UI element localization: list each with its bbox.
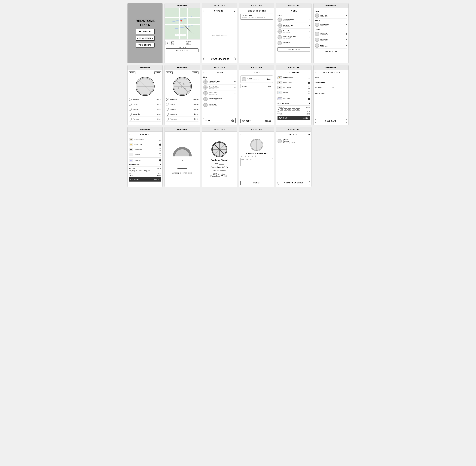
topping-sausage[interactable]: Sausage + $99.99 xyxy=(129,107,161,112)
mc-bianca-add[interactable]: + xyxy=(234,92,236,95)
onions-radio[interactable] xyxy=(129,103,132,106)
checked-pepperoni[interactable]: Pepperoni + $99.99 xyxy=(166,97,198,102)
mozzarella-radio[interactable] xyxy=(129,113,132,116)
payment-venmo[interactable]: V VENMO xyxy=(278,90,310,95)
orders-history-icon[interactable]: ⟳ xyxy=(234,10,236,12)
payment-visa[interactable]: VISA VISA 3452 xyxy=(278,96,310,101)
topping-pepperoni[interactable]: Pepperoni + $99.99 xyxy=(129,97,161,102)
orders-active-history[interactable]: ⟳ xyxy=(308,133,310,136)
p2-venmo-radio[interactable] xyxy=(159,153,161,155)
get-directions-button[interactable]: GET DIRECTIONS xyxy=(135,36,155,41)
stars-row[interactable]: ★ ★ ★ ★ ★ xyxy=(240,154,273,158)
active-order-row[interactable]: 1x Pizza 1x Soda For pick-up at 2:00 xyxy=(278,137,310,145)
checked-sausage[interactable]: Sausage + $99.99 xyxy=(166,107,198,112)
sausage-radio[interactable] xyxy=(129,108,132,111)
checked-mozzarella[interactable]: Mozzarella + $99.99 xyxy=(166,112,198,117)
caesar-add[interactable]: + xyxy=(346,23,347,26)
cvv-input[interactable] xyxy=(331,89,347,92)
p2-apple-radio[interactable] xyxy=(159,148,161,151)
mc-veggie[interactable]: Grilled Veggie Pizza INGREDIENTS + xyxy=(203,96,236,102)
menu-ext-cansoda[interactable]: Can Soda INGREDIENTS + xyxy=(315,31,347,37)
tip-5[interactable]: 5% xyxy=(284,108,287,110)
star-1[interactable]: ★ xyxy=(240,154,243,158)
topping-onions[interactable]: Onions + $99.99 xyxy=(129,102,161,107)
glasscoke-add[interactable]: + xyxy=(346,38,347,41)
add-new-card-row[interactable]: ADD NEW CARD ⊕ xyxy=(278,101,310,105)
pepperoni-radio[interactable] xyxy=(129,98,132,101)
review-textarea[interactable] xyxy=(240,158,273,166)
review-back[interactable]: ‹ xyxy=(240,133,241,136)
customize-checked-done[interactable]: Done xyxy=(192,71,198,74)
ext-pear-add[interactable]: + xyxy=(346,14,347,17)
tip-0[interactable]: 0% xyxy=(280,108,283,110)
water-add[interactable]: + xyxy=(346,44,347,47)
cansoda-add[interactable]: + xyxy=(346,33,347,35)
mc-pepperoni[interactable]: Pepperoni Pizza INGREDIENTS + xyxy=(203,79,236,85)
checked-parmesan[interactable]: Parmesan + $99.99 xyxy=(166,117,198,122)
mc-veggie-add[interactable]: + xyxy=(234,98,236,101)
p2-visa-radio[interactable] xyxy=(159,159,161,162)
mc-pepperoni-add[interactable]: + xyxy=(234,80,236,83)
menu-ext-caesar[interactable]: Caesar Salad INGREDIENTS + xyxy=(315,22,347,28)
exp-input[interactable] xyxy=(315,89,330,92)
topping-parmesan[interactable]: Parmesan + $99.99 xyxy=(129,117,161,122)
payment-debit[interactable]: 💳 DEBIT CARD xyxy=(278,80,310,85)
p2-debit-radio[interactable] xyxy=(159,143,161,146)
save-card-button[interactable]: SAVE CARD xyxy=(315,119,347,123)
p2-add-new[interactable]: ADD NEW CARD ⊕ xyxy=(129,163,161,166)
payment-button[interactable]: PAYMENT $11.50 xyxy=(240,119,273,123)
venmo-radio[interactable] xyxy=(308,91,310,93)
margarita-add[interactable]: + xyxy=(308,24,310,27)
star-5[interactable]: ★ xyxy=(254,154,257,158)
star-4[interactable]: ★ xyxy=(251,154,254,158)
payment-credit[interactable]: 💳 CREDIT CARD xyxy=(278,75,310,80)
customize-back-button[interactable]: Back xyxy=(129,71,135,74)
menu-item-margarita[interactable]: Margarita Pizza INGREDIENTS + xyxy=(278,23,310,29)
veggie-add[interactable]: + xyxy=(308,36,310,39)
parmesan-radio[interactable] xyxy=(129,118,132,120)
pepperoni-radio-checked[interactable] xyxy=(166,98,169,101)
onions-radio-2[interactable] xyxy=(166,103,169,106)
p2-credit[interactable]: 💳 CREDIT CARD xyxy=(129,137,161,142)
active-start-new-button[interactable]: + START NEW ORDER xyxy=(278,181,310,185)
checked-onions[interactable]: Onions + $99.99 xyxy=(166,102,198,107)
menu-ext-add-to-cart[interactable]: ADD TO CART xyxy=(315,50,347,54)
mc-pear[interactable]: Pear Pizza INGREDIENTS + xyxy=(203,102,236,108)
visa-radio[interactable] xyxy=(308,98,310,100)
mozzarella-radio-2[interactable] xyxy=(166,113,169,116)
get-started-button[interactable]: GET STARTED xyxy=(135,29,155,34)
map-get-started-button[interactable]: GET STARTED xyxy=(166,48,198,52)
p2-venmo[interactable]: V VENMO xyxy=(129,152,161,157)
card-number-input[interactable] xyxy=(315,83,347,86)
p2-tip-20[interactable]: 20% xyxy=(147,170,151,172)
p2-credit-radio[interactable] xyxy=(159,139,161,141)
p2-pay-now[interactable]: PAY NOW $12.52 xyxy=(129,177,161,182)
menu-ext-glasscoke[interactable]: Glass Coke INGREDIENTS + xyxy=(315,37,347,43)
menu-ext-water[interactable]: Water INGREDIENTS + xyxy=(315,43,347,49)
p2-tip-10[interactable]: 10% xyxy=(139,170,142,172)
mc-bianca[interactable]: Bianca Pizza INGREDIENTS + xyxy=(203,91,236,96)
p2-debit[interactable]: 💳 DEBIT CARD xyxy=(129,142,161,147)
p2-apple[interactable]: ⬛ APPLE PAY xyxy=(129,147,161,152)
done-button[interactable]: DONE! xyxy=(240,181,273,185)
name-input[interactable] xyxy=(315,78,347,81)
customize-checked-back[interactable]: Back xyxy=(166,71,172,74)
p2-visa[interactable]: VISA VISA 3452 xyxy=(129,158,161,163)
apple-radio[interactable] xyxy=(308,86,310,89)
topping-mozzarella[interactable]: Mozzarella + $99.99 xyxy=(129,112,161,117)
mc-margarita[interactable]: Margarita Pizza INGREDIENTS + xyxy=(203,85,236,91)
parmesan-radio-2[interactable] xyxy=(166,118,169,120)
menu-item-veggie[interactable]: Grilled Veggie Pizza INGREDIENTS + xyxy=(278,35,310,40)
debit-radio[interactable] xyxy=(308,82,310,84)
order-history-card[interactable]: 12" Pear Pizza RED SAUCE, CHEESE, PEPPER… xyxy=(240,13,273,20)
postal-input[interactable] xyxy=(315,95,347,97)
pay-now-button[interactable]: PAY NOW $12.52 xyxy=(278,116,310,120)
credit-radio[interactable] xyxy=(308,77,310,79)
mc-margarita-add[interactable]: + xyxy=(234,86,236,89)
star-2[interactable]: ★ xyxy=(244,154,247,158)
p2-tip-5[interactable]: 5% xyxy=(135,170,138,172)
pepperoni-add[interactable]: + xyxy=(308,18,310,21)
p2-tip-15[interactable]: 15% xyxy=(143,170,147,172)
menu-item-pepperoni[interactable]: Pepperoni Pizza INGREDIENTS + xyxy=(278,17,310,23)
p2-tip-0[interactable]: 0% xyxy=(131,170,134,172)
